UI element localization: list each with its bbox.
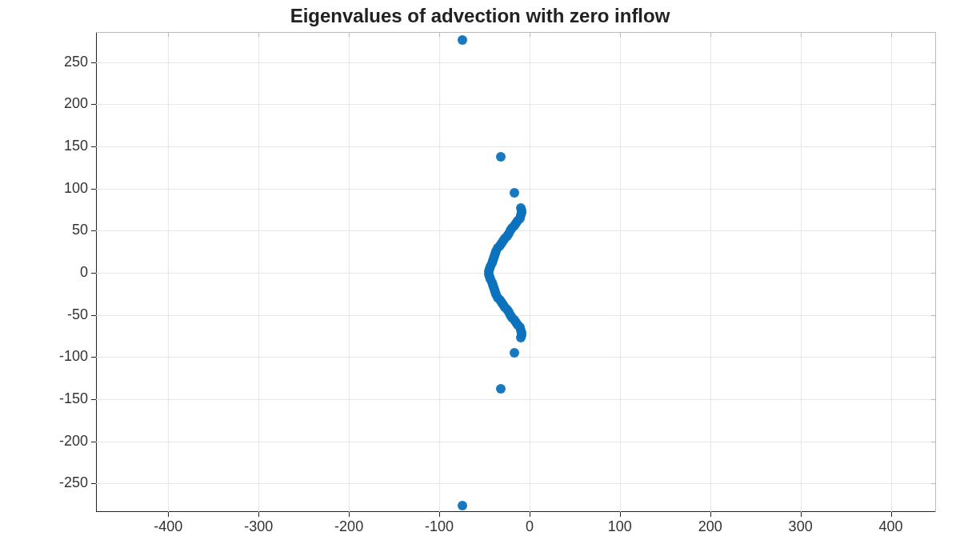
data-point — [516, 333, 526, 342]
x-tick-label: 300 — [789, 518, 813, 535]
y-tick — [91, 357, 96, 358]
y-tick — [91, 146, 96, 147]
y-tick — [91, 189, 96, 190]
y-gridline — [96, 442, 935, 442]
y-tick — [91, 62, 96, 63]
x-tick — [620, 512, 621, 517]
x-tick-top — [620, 33, 621, 37]
y-tick — [91, 104, 96, 105]
y-tick-right — [931, 104, 935, 105]
y-gridline — [96, 146, 935, 147]
x-tick — [439, 512, 440, 517]
x-tick-top — [530, 33, 530, 37]
y-tick — [91, 442, 96, 442]
y-tick — [91, 230, 96, 231]
y-tick-label: -200 — [59, 432, 88, 449]
y-tick-label: 0 — [80, 264, 88, 281]
y-gridline — [96, 399, 935, 400]
x-tick-label: 200 — [698, 518, 722, 535]
y-tick — [91, 483, 96, 484]
y-tick-label: -50 — [67, 306, 88, 322]
y-tick-right — [931, 399, 935, 400]
y-tick — [91, 273, 96, 274]
y-tick — [91, 315, 96, 316]
x-axis-line — [96, 511, 935, 512]
x-tick — [801, 512, 802, 517]
x-tick-label: -100 — [425, 518, 454, 535]
y-tick-right — [931, 189, 935, 190]
y-gridline — [96, 104, 935, 105]
y-gridline — [96, 62, 935, 63]
chart-container: Eigenvalues of advection with zero inflo… — [0, 0, 960, 560]
data-point — [496, 152, 506, 162]
x-tick-top — [710, 33, 711, 37]
data-point — [458, 35, 467, 45]
y-tick-right — [931, 442, 935, 442]
data-point — [510, 188, 519, 198]
x-tick-top — [258, 33, 259, 37]
y-tick-right — [931, 146, 935, 147]
data-point — [496, 384, 506, 394]
x-tick-top — [891, 33, 892, 37]
x-tick — [349, 512, 350, 517]
chart-title: Eigenvalues of advection with zero inflo… — [0, 5, 960, 27]
y-tick-right — [931, 315, 935, 316]
y-gridline — [96, 273, 935, 274]
y-tick-label: 200 — [64, 95, 88, 112]
x-tick-label: 400 — [879, 518, 903, 535]
y-tick-label: -250 — [59, 474, 88, 491]
x-tick-label: -300 — [244, 518, 273, 535]
x-tick-top — [349, 33, 350, 37]
data-point — [510, 348, 519, 358]
x-tick-top — [801, 33, 802, 37]
y-tick-right — [931, 483, 935, 484]
x-tick-label: -200 — [334, 518, 363, 535]
x-tick — [530, 512, 530, 517]
y-tick-label: 100 — [64, 179, 88, 196]
x-tick-label: 100 — [608, 518, 632, 535]
y-tick-label: 250 — [64, 53, 88, 70]
y-tick-right — [931, 273, 935, 274]
y-tick-label: 150 — [64, 138, 88, 154]
x-tick — [258, 512, 259, 517]
x-tick-label: -400 — [154, 518, 182, 535]
y-tick-right — [931, 230, 935, 231]
x-tick — [891, 512, 892, 517]
y-tick-label: -100 — [59, 348, 88, 365]
x-tick — [710, 512, 711, 517]
y-gridline — [96, 483, 935, 484]
x-tick-top — [439, 33, 440, 37]
x-tick — [168, 512, 169, 517]
x-tick-top — [168, 33, 169, 37]
y-tick-label: 50 — [72, 222, 88, 238]
y-tick-right — [931, 357, 935, 358]
y-tick — [91, 399, 96, 400]
y-tick-right — [931, 62, 935, 63]
x-tick-label: 0 — [526, 518, 534, 535]
data-point — [458, 501, 467, 510]
y-tick-label: -150 — [59, 390, 88, 406]
plot-area — [96, 32, 936, 512]
